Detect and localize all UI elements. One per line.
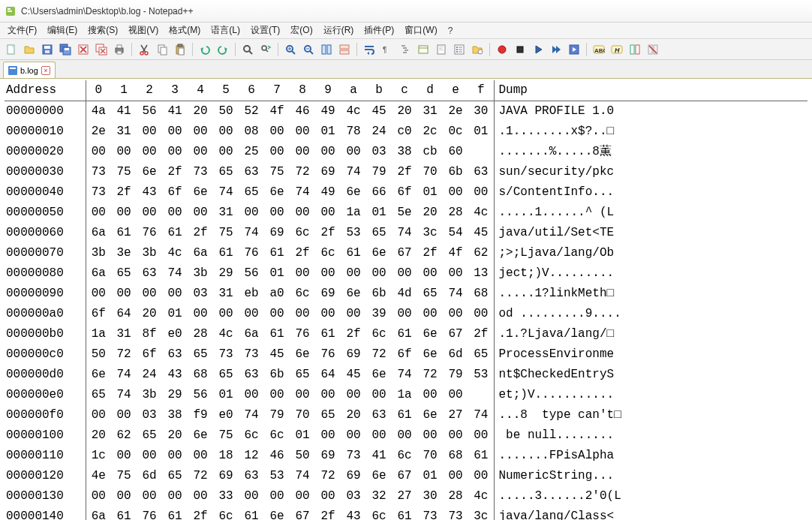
hex-byte[interactable]: 6e xyxy=(264,182,290,202)
hex-byte[interactable]: 00 xyxy=(341,263,366,283)
hex-byte[interactable]: 66 xyxy=(366,182,392,202)
hex-byte[interactable]: 73 xyxy=(188,161,213,182)
hex-byte[interactable]: 65 xyxy=(188,344,213,364)
hex-address[interactable]: 00000030 xyxy=(5,161,86,182)
hex-byte[interactable]: 18 xyxy=(213,445,239,465)
hex-dump[interactable]: JAVA PROFILE 1.0 xyxy=(494,101,807,121)
hex-byte[interactable]: 00 xyxy=(315,425,341,445)
hex-byte[interactable]: 6c xyxy=(290,283,315,303)
hex-byte[interactable]: 4a xyxy=(86,101,111,121)
hex-byte[interactable]: 64 xyxy=(111,303,137,323)
hex-byte[interactable]: 6e xyxy=(137,161,162,182)
hex-byte[interactable]: 41 xyxy=(111,101,137,121)
hex-byte[interactable]: 43 xyxy=(341,506,366,520)
hex-byte[interactable]: 01 xyxy=(417,465,443,485)
hex-byte[interactable]: 00 xyxy=(341,303,366,323)
hex-dump[interactable]: ject;)V......... xyxy=(494,263,807,283)
save-all-button[interactable] xyxy=(57,41,74,58)
hex-byte[interactable]: 56 xyxy=(137,101,162,121)
hex-byte[interactable]: 74 xyxy=(341,161,366,182)
hex-byte[interactable]: 73 xyxy=(213,344,239,364)
hex-byte[interactable]: 1c xyxy=(86,445,111,465)
hex-byte[interactable]: 6f xyxy=(86,303,111,323)
hex-byte[interactable]: 6d xyxy=(137,465,162,485)
hex-address[interactable]: 00000020 xyxy=(5,141,86,161)
hex-byte[interactable]: 67 xyxy=(392,465,417,485)
hex-byte[interactable]: 54 xyxy=(443,222,468,242)
hex-byte[interactable]: 68 xyxy=(468,283,494,303)
hex-byte[interactable]: 75 xyxy=(111,161,137,182)
hex-byte[interactable]: 00 xyxy=(111,202,137,222)
hex-byte[interactable]: 63 xyxy=(468,161,494,182)
hex-byte[interactable]: 67 xyxy=(290,506,315,520)
hex-byte[interactable]: 00 xyxy=(264,141,290,161)
hex-byte[interactable]: 00 xyxy=(213,121,239,141)
hex-byte[interactable]: 73 xyxy=(341,445,366,465)
hex-byte[interactable]: 31 xyxy=(111,121,137,141)
hex-byte[interactable]: 01 xyxy=(468,121,494,141)
hex-byte[interactable]: 20 xyxy=(86,425,111,445)
hex-byte[interactable]: 2f xyxy=(392,161,417,182)
hex-byte[interactable]: 6a xyxy=(188,242,213,263)
hex-byte[interactable]: 00 xyxy=(213,141,239,161)
hex-byte[interactable]: 45 xyxy=(366,101,392,121)
copy-button[interactable] xyxy=(154,41,170,58)
hex-byte[interactable]: 6e xyxy=(86,364,111,384)
hex-byte[interactable]: 61 xyxy=(111,506,137,520)
hex-byte[interactable]: 03 xyxy=(366,141,392,161)
hex-byte[interactable]: 00 xyxy=(417,384,443,404)
hex-byte[interactable]: 68 xyxy=(443,445,468,465)
hex-byte[interactable]: 00 xyxy=(366,263,392,283)
hex-byte[interactable]: 6e xyxy=(417,323,443,344)
hex-byte[interactable]: 00 xyxy=(86,485,111,506)
hex-byte[interactable]: 00 xyxy=(188,445,213,465)
hex-byte[interactable]: 6a xyxy=(86,263,111,283)
hex-dump[interactable]: .......FPisAlpha xyxy=(494,445,807,465)
hex-byte[interactable]: 00 xyxy=(417,303,443,323)
tab-close-button[interactable]: × xyxy=(41,66,50,75)
hex-byte[interactable]: 6e xyxy=(417,344,443,364)
hex-byte[interactable]: 28 xyxy=(443,485,468,506)
hex-byte[interactable]: 78 xyxy=(341,121,366,141)
hex-byte[interactable]: 72 xyxy=(111,344,137,364)
hex-byte[interactable]: 2f xyxy=(111,182,137,202)
hex-byte[interactable]: 6a xyxy=(86,506,111,520)
hex-address[interactable]: 00000010 xyxy=(5,121,86,141)
hex-byte[interactable]: 76 xyxy=(290,323,315,344)
hex-byte[interactable]: 49 xyxy=(315,101,341,121)
hex-byte[interactable]: 00 xyxy=(290,303,315,323)
menu-help[interactable]: ? xyxy=(444,24,458,38)
hex-byte[interactable]: 74 xyxy=(290,182,315,202)
sync-vertical-button[interactable] xyxy=(318,41,335,58)
hex-byte[interactable]: 31 xyxy=(111,323,137,344)
menu-settings[interactable]: 设置(T) xyxy=(246,23,284,38)
menu-file[interactable]: 文件(F) xyxy=(3,23,41,38)
hex-byte[interactable]: 63 xyxy=(239,465,264,485)
hex-byte[interactable]: 00 xyxy=(443,263,468,283)
hex-byte[interactable]: 4c xyxy=(468,202,494,222)
hex-byte[interactable]: 6f xyxy=(137,344,162,364)
hex-byte[interactable]: 2e xyxy=(86,121,111,141)
hex-byte[interactable]: 6c xyxy=(213,506,239,520)
hex-byte[interactable]: 32 xyxy=(366,485,392,506)
hex-byte[interactable]: 73 xyxy=(86,161,111,182)
hex-byte[interactable]: 00 xyxy=(264,384,290,404)
hex-byte[interactable]: 00 xyxy=(86,404,111,425)
hex-byte[interactable]: 74 xyxy=(239,404,264,425)
hex-byte[interactable]: 43 xyxy=(162,364,188,384)
hex-byte[interactable]: 00 xyxy=(264,202,290,222)
hex-byte[interactable]: 00 xyxy=(162,141,188,161)
hex-address[interactable]: 00000090 xyxy=(5,283,86,303)
hex-byte[interactable]: 00 xyxy=(366,425,392,445)
hex-byte[interactable]: 6f xyxy=(162,182,188,202)
hex-byte[interactable]: 1a xyxy=(86,323,111,344)
hex-byte[interactable]: 61 xyxy=(392,506,417,520)
hex-dump[interactable]: ...8 type can't□ xyxy=(494,404,807,425)
hex-byte[interactable]: 00 xyxy=(392,263,417,283)
hex-byte[interactable]: 2f xyxy=(468,323,494,344)
hex-byte[interactable]: 73 xyxy=(417,506,443,520)
hex-byte[interactable]: 6c xyxy=(366,506,392,520)
hex-byte[interactable]: 00 xyxy=(468,182,494,202)
hex-byte[interactable]: 6b xyxy=(366,283,392,303)
hex-address[interactable]: 00000080 xyxy=(5,263,86,283)
